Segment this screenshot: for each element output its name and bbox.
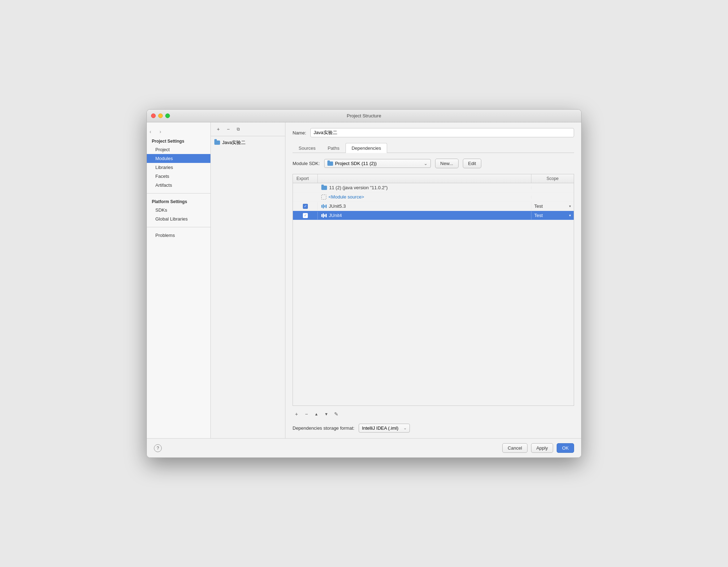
sidebar-divider-2: [147, 227, 210, 227]
traffic-lights: [151, 113, 170, 118]
dep-scope-sdk: [531, 186, 574, 189]
library-icon-junit4: [321, 213, 327, 218]
dep-name-cell-junit4: JUnit4: [318, 211, 531, 219]
table-body: 11 (2) (java version "11.0.2"): [293, 183, 574, 406]
sidebar: ‹ › Project Settings Project Modules Lib…: [147, 122, 211, 438]
copy-module-button[interactable]: ⧉: [234, 125, 242, 133]
back-arrow[interactable]: ‹: [147, 128, 154, 135]
sidebar-item-libraries[interactable]: Libraries: [147, 163, 210, 172]
sdk-folder-icon-row: [321, 186, 327, 190]
dep-name-junit4: JUnit4: [329, 213, 342, 218]
module-list-toolbar: + − ⧉: [211, 122, 285, 136]
tab-dependencies[interactable]: Dependencies: [346, 143, 387, 153]
tabs: Sources Paths Dependencies: [293, 143, 574, 153]
nav-arrows: ‹ ›: [147, 128, 210, 135]
storage-label: Dependencies storage format:: [293, 425, 354, 431]
new-button[interactable]: New...: [435, 159, 459, 168]
module-list-items: Java实验二: [211, 136, 285, 438]
dep-name-cell-junit5: JUnit5.3: [318, 202, 531, 210]
storage-row: Dependencies storage format: IntelliJ ID…: [293, 424, 574, 433]
module-item-java[interactable]: Java实验二: [211, 138, 285, 148]
move-up-button[interactable]: ▲: [312, 410, 320, 418]
tab-sources[interactable]: Sources: [293, 143, 322, 153]
detail-panel: Name: Sources Paths Dependencies Module …: [285, 122, 581, 438]
help-button[interactable]: ?: [154, 444, 162, 452]
name-input[interactable]: [310, 128, 574, 137]
edit-button[interactable]: Edit: [463, 159, 481, 168]
tab-paths[interactable]: Paths: [322, 143, 346, 153]
dep-name-sdk: 11 (2) (java version "11.0.2"): [329, 185, 388, 190]
sidebar-item-modules[interactable]: Modules: [147, 154, 210, 163]
forward-arrow[interactable]: ›: [157, 128, 164, 135]
sdk-row: Module SDK: Project SDK (11 (2)) ⌄ New..…: [293, 159, 574, 168]
dep-scope-module: [531, 196, 574, 198]
dep-scope-junit5[interactable]: Test ▾: [531, 202, 574, 210]
titlebar: Project Structure: [147, 110, 581, 122]
table-row[interactable]: JUnit5.3 Test ▾: [293, 202, 574, 211]
remove-dep-button[interactable]: −: [303, 410, 310, 418]
col-export: Export: [293, 174, 318, 183]
table-row[interactable]: 11 (2) (java version "11.0.2"): [293, 183, 574, 192]
dep-name-cell-module: <Module source>: [318, 193, 531, 201]
name-row: Name:: [293, 128, 574, 137]
sdk-label: Module SDK:: [293, 161, 320, 166]
project-settings-header: Project Settings: [147, 137, 210, 145]
sdk-folder-icon: [327, 161, 333, 166]
scope-text-junit5: Test: [534, 203, 543, 209]
project-structure-window: Project Structure ‹ › Project Settings P…: [146, 109, 582, 458]
scope-chevron-junit5: ▾: [569, 204, 571, 208]
module-list: + − ⧉ Java实验二: [211, 122, 285, 438]
module-folder-icon: [214, 141, 220, 145]
storage-chevron-icon: ⌄: [403, 426, 407, 430]
apply-button[interactable]: Apply: [531, 443, 553, 453]
bottom-toolbar: + − ▲ ▼ ✎: [293, 409, 574, 419]
add-module-button[interactable]: +: [214, 125, 222, 133]
col-name: [318, 174, 531, 183]
edit-dep-button[interactable]: ✎: [332, 410, 340, 418]
dep-name-junit5: JUnit5.3: [329, 203, 346, 209]
dep-name-module: <Module source>: [328, 194, 364, 200]
sdk-value: Project SDK (11 (2)): [335, 161, 377, 166]
add-dep-button[interactable]: +: [293, 410, 300, 418]
dep-export-junit4: [293, 212, 318, 219]
platform-settings-header: Platform Settings: [147, 197, 210, 206]
window-body: ‹ › Project Settings Project Modules Lib…: [147, 122, 581, 438]
dep-scope-junit4[interactable]: Test ▾: [531, 211, 574, 219]
sidebar-item-global-libraries[interactable]: Global Libraries: [147, 214, 210, 223]
sidebar-divider: [147, 193, 210, 194]
sidebar-item-project[interactable]: Project: [147, 145, 210, 154]
scope-text-junit4: Test: [534, 213, 543, 218]
sidebar-item-problems[interactable]: Problems: [147, 231, 210, 240]
sidebar-item-sdks[interactable]: SDKs: [147, 206, 210, 214]
sidebar-item-facets[interactable]: Facets: [147, 172, 210, 181]
table-row[interactable]: JUnit4 Test ▾: [293, 211, 574, 220]
sdk-dropdown[interactable]: Project SDK (11 (2)) ⌄: [324, 159, 431, 168]
remove-module-button[interactable]: −: [224, 125, 232, 133]
dep-name-cell-sdk: 11 (2) (java version "11.0.2"): [318, 184, 531, 192]
table-row[interactable]: <Module source>: [293, 192, 574, 202]
library-icon-junit5: [321, 204, 327, 208]
storage-dropdown[interactable]: IntelliJ IDEA (.iml) ⌄: [359, 424, 410, 433]
sidebar-item-artifacts[interactable]: Artifacts: [147, 181, 210, 190]
name-label: Name:: [293, 130, 306, 136]
col-scope: Scope: [531, 174, 574, 183]
checkbox-junit5[interactable]: [303, 204, 308, 209]
move-down-button[interactable]: ▼: [322, 410, 330, 418]
footer: ? Cancel Apply OK: [147, 438, 581, 457]
dep-export-junit5: [293, 202, 318, 210]
storage-value: IntelliJ IDEA (.iml): [362, 425, 398, 431]
maximize-button[interactable]: [165, 113, 170, 118]
chevron-down-icon: ⌄: [424, 161, 428, 166]
window-title: Project Structure: [347, 113, 381, 118]
scope-chevron-junit4: ▾: [569, 213, 571, 217]
ok-button[interactable]: OK: [557, 443, 574, 453]
dependencies-table: Export Scope 11 (2) (java version "11.0.…: [293, 174, 574, 406]
minimize-button[interactable]: [158, 113, 163, 118]
close-button[interactable]: [151, 113, 156, 118]
checkbox-junit4[interactable]: [303, 213, 308, 218]
module-item-name: Java实验二: [222, 139, 246, 146]
module-source-icon: [321, 195, 326, 200]
cancel-button[interactable]: Cancel: [502, 443, 527, 453]
table-header: Export Scope: [293, 174, 574, 183]
